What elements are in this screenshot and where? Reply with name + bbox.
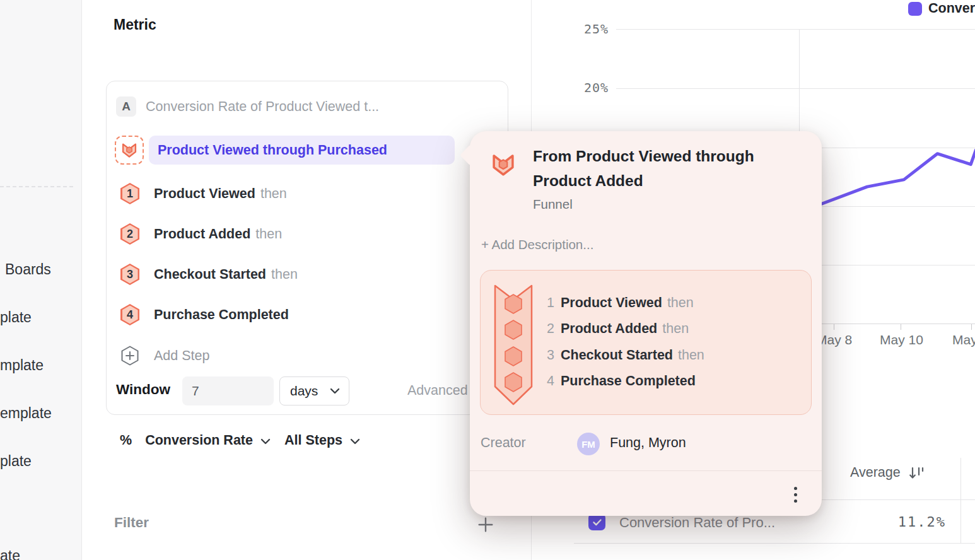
table-row-average-value: 11.2% [883,514,946,530]
step-name: Product Added [154,226,250,242]
step-number-badge: 3 [120,264,139,285]
sidebar-item-template-4[interactable]: plate [0,453,32,470]
sidebar-divider [0,186,73,187]
funnel-step-row[interactable]: 3 Checkout Startedthen [120,264,298,285]
sidebar-item-boards[interactable]: Boards [5,261,51,278]
filter-section-heading: Filter [114,515,149,531]
legend-swatch [908,2,922,16]
series-checkbox[interactable] [588,513,605,530]
legend-label: Conver [928,1,975,16]
step-connector: then [255,226,282,242]
sidebar-item-template-1[interactable]: plate [0,309,32,326]
step-name: Checkout Started [154,267,266,282]
add-step-button[interactable]: Add Step [120,345,209,366]
popover-type-label: Funnel [533,197,573,212]
step-name: Product Viewed [154,186,255,201]
popover-step: 2Product Addedthen [547,321,689,337]
add-step-label: Add Step [154,348,209,364]
add-filter-button[interactable] [477,516,494,536]
step-name: Purchase Completed [154,307,289,322]
sidebar-item-template-5[interactable]: ate [0,547,20,560]
measure-type-dropdown[interactable]: Conversion Rate [145,433,253,448]
popover-step: 3Checkout Startedthen [547,347,704,363]
step-connector: then [260,186,287,201]
sidebar-item-template-3[interactable]: emplate [0,405,52,422]
popover-step: 4Purchase Completed [547,373,696,389]
table-row-divider [574,543,975,544]
checkmark-icon [592,516,603,528]
popover-title: From Product Viewed through Product Adde… [533,144,779,193]
x-axis-tick [901,324,901,330]
series-title[interactable]: Conversion Rate of Product Viewed t... [146,99,379,115]
funnel-steps-box: 1Product Viewedthen 2Product Addedthen 3… [480,270,812,415]
advanced-link[interactable]: Advanced [407,383,468,399]
funnel-icon [120,141,138,159]
popover-divider [470,470,822,471]
metric-section-heading: Metric [114,16,156,33]
gridline [616,88,975,89]
table-header-average[interactable]: Average [850,465,925,481]
window-unit-select[interactable]: days [279,376,349,405]
steps-scope-dropdown[interactable]: All Steps [284,433,342,448]
y-axis-tick-label: 25% [580,21,609,37]
percent-symbol: % [120,433,132,448]
funnel-step-row[interactable]: 2 Product Addedthen [120,223,282,245]
table-column-divider [960,458,961,544]
funnel-metric-icon [115,136,144,165]
average-header-label: Average [850,465,901,481]
x-axis-tick-label: May 10 [880,332,923,347]
series-badge: A [116,96,136,117]
window-unit-value: days [290,383,330,399]
funnel-step-row[interactable]: 1 Product Viewedthen [120,183,287,204]
step-number-badge: 4 [120,304,139,325]
funnel-banner-icon [492,281,535,407]
plus-icon [477,516,494,534]
step-number-badge: 1 [120,183,139,204]
avatar: FM [577,433,600,455]
sidebar-item-template-2[interactable]: mplate [0,357,44,374]
creator-name: Fung, Myron [610,435,686,451]
add-description-button[interactable]: + Add Description... [481,237,593,252]
step-number-badge: 2 [120,223,139,245]
funnel-metric-selector[interactable]: Product Viewed through Purchased [149,136,455,165]
chevron-down-icon [350,438,360,445]
metric-card: A Conversion Rate of Product Viewed t...… [106,81,508,415]
more-options-button[interactable] [789,484,802,505]
step-connector: then [271,267,298,282]
funnel-details-popover: From Product Viewed through Product Adde… [470,131,822,516]
chevron-down-icon [260,438,271,445]
window-value-input[interactable] [182,376,274,405]
creator-label: Creator [481,435,526,451]
x-axis-tick [834,324,834,330]
y-axis-tick-label: 20% [580,80,609,95]
chart-legend-item[interactable]: Conver [908,1,975,16]
conversion-line [817,150,975,206]
x-axis-tick [971,324,972,330]
x-axis-tick-label: May [952,332,975,347]
measure-controls: % Conversion Rate All Steps [120,433,360,448]
window-label: Window [116,382,170,398]
table-row-label[interactable]: Conversion Rate of Pro... [619,515,775,531]
sort-descending-icon [908,465,925,481]
popover-step: 1Product Viewedthen [547,295,694,311]
chevron-down-icon [330,388,340,394]
add-step-hexagon-icon [120,345,139,366]
funnel-step-row[interactable]: 4 Purchase Completed [120,304,289,325]
funnel-icon [490,151,517,180]
sidebar: Boards plate mplate emplate plate ate [0,0,82,560]
gridline [616,29,975,30]
